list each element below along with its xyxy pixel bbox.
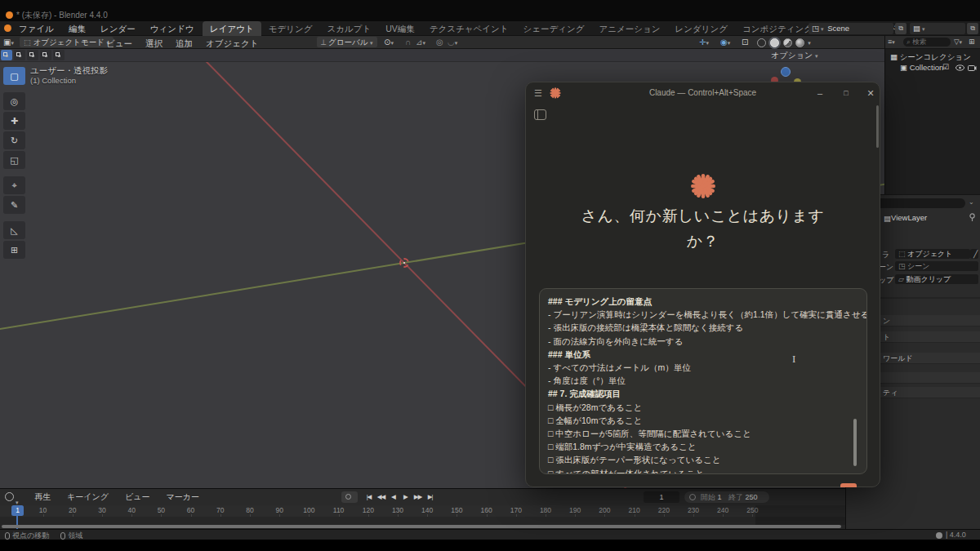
send-button-partial[interactable] xyxy=(840,483,857,487)
select-mode-set-button[interactable]: set xyxy=(1,50,12,60)
start-frame-value[interactable]: 1 xyxy=(718,493,722,501)
select-mode-subtract-button[interactable]: subtract xyxy=(27,50,38,60)
proportional-falloff-dropdown[interactable]: ◡▾ xyxy=(448,36,457,50)
viewlayer-selector[interactable]: ▤▾ ViewLayer xyxy=(910,23,965,34)
active-clip-field[interactable]: ▱ 動画クリップ xyxy=(895,274,978,284)
outliner-filter-icon[interactable]: ▽▾ xyxy=(954,38,962,46)
auto-keying-button[interactable] xyxy=(341,491,358,503)
mode-dropdown[interactable]: ⬚ オブジェクトモード ▾ xyxy=(20,37,114,47)
blender-menu-icon[interactable] xyxy=(4,24,11,32)
play-reverse-button[interactable]: ◀ xyxy=(388,491,399,502)
collection-checkbox-icon[interactable]: ☑ xyxy=(942,63,949,71)
ruler-tick-mark xyxy=(220,514,221,517)
workspace-tab[interactable]: アニメーション xyxy=(592,21,668,36)
shading-rendered-icon[interactable] xyxy=(795,38,804,47)
jump-to-end-button[interactable]: ▶| xyxy=(425,491,435,502)
overlays-toggle-icon[interactable]: ◉▾ xyxy=(720,36,730,50)
tool-scale-button[interactable]: ◱ xyxy=(3,151,25,169)
ruler-tick-mark xyxy=(131,514,132,517)
tool-annotate-button[interactable]: ✎ xyxy=(3,196,25,214)
playhead[interactable]: 1 xyxy=(11,505,24,516)
claude-input-box[interactable]: ### モデリング上の留意点- ブーリアン演算時はシリンダーを橋長より長く（約1… xyxy=(539,288,867,474)
workspace-tab[interactable]: テクスチャペイント xyxy=(422,21,516,36)
scene-selector[interactable]: ◳▾ Scene xyxy=(808,23,893,34)
shading-solid-icon[interactable] xyxy=(770,38,779,47)
collection-row[interactable]: ▣ Collection xyxy=(900,63,943,73)
eyedropper-icon[interactable]: ╱ xyxy=(970,249,978,259)
editor-type-viewport-icon[interactable]: ▣▾ xyxy=(3,36,14,50)
tool-select-box-button[interactable]: ▢ xyxy=(3,67,25,85)
ruler-tick-label: 230 xyxy=(688,506,699,514)
ruler-tick-mark xyxy=(723,514,724,517)
tool-cursor-button[interactable]: ◎ xyxy=(3,92,25,110)
workspace-tab[interactable]: シェーディング xyxy=(516,21,592,36)
close-button[interactable]: ✕ xyxy=(864,87,877,100)
timeline-menu-item[interactable]: 再生 xyxy=(28,489,57,505)
sidebar-toggle-icon[interactable] xyxy=(534,109,546,120)
outliner-display-mode-dropdown[interactable]: ≡▾ xyxy=(888,38,895,46)
end-label: 終了 xyxy=(728,493,743,501)
input-text-line: - 角度は度（°）単位 xyxy=(548,374,858,387)
orientation-dropdown[interactable]: ⟂ グローバル ▾ xyxy=(317,37,377,47)
minimize-button[interactable]: – xyxy=(813,87,826,100)
timeline-menu-item[interactable]: ビュー xyxy=(118,489,156,505)
menu-item[interactable]: 編集 xyxy=(63,21,91,36)
timeline-menu-item[interactable]: キーイング xyxy=(60,489,115,505)
pin-icon[interactable] xyxy=(969,213,976,222)
maximize-button[interactable]: □ xyxy=(840,87,853,100)
workspace-tab[interactable]: スカルプト xyxy=(319,21,378,36)
camera-field[interactable]: ⬚ オブジェクト xyxy=(895,249,970,259)
workspace-tab[interactable]: コンポジティング xyxy=(735,21,820,36)
shading-material-icon[interactable] xyxy=(783,38,792,47)
end-frame-value[interactable]: 250 xyxy=(746,493,758,501)
pivot-point-dropdown[interactable]: ⊙▾ xyxy=(384,36,394,50)
play-button[interactable]: ▶ xyxy=(400,491,411,502)
menu-item[interactable]: レンダー xyxy=(95,21,141,36)
workspace-tab[interactable]: レンダリング xyxy=(667,21,734,36)
tool-icon: ✚ xyxy=(11,116,18,126)
tool-measure-button[interactable]: ◺ xyxy=(3,221,25,239)
workspace-tab[interactable]: モデリング xyxy=(261,21,320,36)
jump-to-start-button[interactable]: |◀ xyxy=(363,491,374,502)
scene-collection-row[interactable]: ▦ シーンコレクション xyxy=(890,52,971,62)
prev-keyframe-button[interactable]: ◀◀ xyxy=(376,491,386,502)
select-mode-intersect-button[interactable]: intersect xyxy=(53,50,65,60)
next-keyframe-button[interactable]: ▶▶ xyxy=(412,491,423,502)
collection-visibility-eye-icon[interactable] xyxy=(956,64,964,71)
outliner-search-input[interactable]: ⌕ 検索 xyxy=(903,38,951,47)
input-scrollbar[interactable] xyxy=(853,419,857,466)
xray-toggle-icon[interactable]: ⊡ xyxy=(742,36,748,49)
timeline-menu-item[interactable]: マーカー xyxy=(159,489,205,505)
claude-scrollbar[interactable] xyxy=(876,105,879,148)
claude-titlebar[interactable]: ☰ Claude — Control+Alt+Space – □ ✕ xyxy=(526,82,880,104)
timeline-scrollbar[interactable] xyxy=(2,525,841,528)
tool-move-button[interactable]: ✚ xyxy=(3,112,25,130)
shading-wireframe-icon[interactable] xyxy=(757,38,766,47)
background-scene-field[interactable]: ◳ シーン xyxy=(895,261,978,271)
select-mode-extend-button[interactable]: extend xyxy=(14,50,25,60)
current-frame-field[interactable]: 1 xyxy=(644,491,679,503)
properties-filter-dropdown[interactable]: ⌄ xyxy=(969,198,974,206)
tool-options-dropdown[interactable]: オプション ▾ xyxy=(771,50,817,61)
tool-rotate-button[interactable]: ↻ xyxy=(3,131,25,149)
collection-render-camera-icon[interactable] xyxy=(968,64,977,71)
timeline-ruler[interactable]: 1020304050607080901001101201301401501601… xyxy=(0,505,845,517)
gizmo-z-axis[interactable] xyxy=(781,67,791,77)
new-collection-button[interactable]: ⊞ xyxy=(969,38,975,46)
input-text-line: ### モデリング上の留意点 xyxy=(548,295,858,308)
collection-label: Collection xyxy=(910,63,944,72)
workspace-tab[interactable]: UV編集 xyxy=(378,21,422,36)
menu-item[interactable]: ウィンドウ xyxy=(145,21,200,36)
tool-add-cube-button[interactable]: ⊞ xyxy=(3,241,25,259)
proportional-editing-icon[interactable]: ◎ xyxy=(436,36,443,49)
snap-with-dropdown[interactable]: ⊿▾ xyxy=(416,36,425,50)
gizmo-toggle-icon[interactable]: ✛▾ xyxy=(699,36,709,50)
new-viewlayer-button[interactable]: ⧉ xyxy=(967,23,978,34)
workspace-tab[interactable]: レイアウト xyxy=(203,21,261,36)
menu-item[interactable]: ファイル xyxy=(13,21,60,36)
editor-type-timeline-icon[interactable] xyxy=(5,492,14,501)
select-mode-invert-button[interactable]: invert xyxy=(40,50,51,60)
snap-magnet-icon[interactable]: ∩ xyxy=(405,36,411,49)
tool-transform-button[interactable]: ⌖ xyxy=(3,176,25,194)
new-scene-button[interactable]: ⧉ xyxy=(895,23,906,34)
